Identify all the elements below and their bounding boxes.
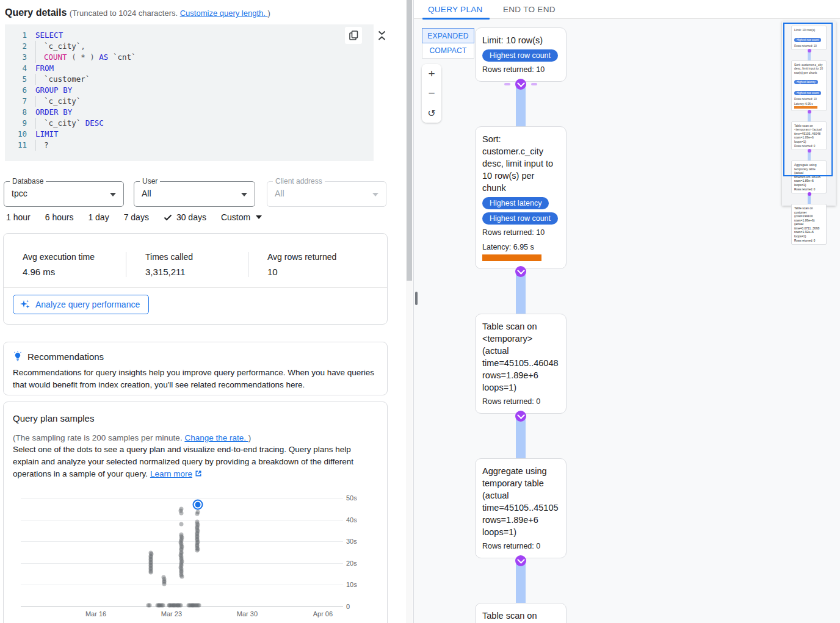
- change-rate-link[interactable]: Change the rate.: [184, 433, 248, 442]
- time-range-label: 7 days: [124, 212, 149, 222]
- analyze-query-performance-button[interactable]: Analyze query performance: [13, 295, 149, 314]
- tab-end-to-end[interactable]: END TO END: [503, 0, 556, 19]
- sample-dot[interactable]: [195, 549, 200, 553]
- x-axis-tick: Mar 16: [85, 610, 106, 618]
- database-select[interactable]: Database tpcc: [4, 181, 124, 207]
- time-range-filter: 1 hour6 hours1 day7 days30 daysCustom: [6, 212, 262, 222]
- collapse-node-icon[interactable]: [515, 555, 526, 566]
- status-badge: Highest row count: [482, 209, 559, 225]
- sql-line-text: `customer`: [35, 74, 90, 85]
- page-title: Query details: [5, 7, 67, 18]
- sample-dot[interactable]: [161, 575, 165, 580]
- time-range-1-day[interactable]: 1 day: [88, 212, 109, 222]
- chevron-down-icon: [256, 215, 262, 219]
- time-range-7-days[interactable]: 7 days: [124, 212, 149, 222]
- stats-row: Avg execution time4.96 msTimes called3,3…: [4, 252, 387, 277]
- sql-line: 3COUNT ( * ) AS `cnt`: [5, 52, 374, 63]
- sample-dot[interactable]: [197, 603, 201, 608]
- scrollbar-thumb[interactable]: [407, 0, 412, 281]
- plan-node-title: Limit: 10 row(s): [482, 34, 559, 46]
- selected-sample-dot[interactable]: [193, 499, 203, 510]
- learn-more-link[interactable]: Learn more: [150, 469, 192, 478]
- query-stats-card: Avg execution time4.96 msTimes called3,3…: [3, 233, 388, 325]
- sql-line-text: GROUP BY: [35, 85, 72, 96]
- sample-dot[interactable]: [149, 550, 153, 555]
- sample-dot[interactable]: [179, 603, 183, 608]
- sql-line-text: SELECT: [35, 30, 63, 41]
- chevron-down-icon: [241, 193, 247, 196]
- collapse-node-icon[interactable]: [515, 266, 526, 277]
- line-number: 8: [5, 107, 27, 118]
- sql-line-text: LIMIT: [35, 129, 59, 140]
- time-range-custom[interactable]: Custom: [221, 212, 262, 222]
- stat-value: 4.96 ms: [23, 267, 126, 277]
- query-plan-panel: QUERY PLAN END TO END EXPANDED COMPACT +…: [413, 0, 840, 623]
- compact-button[interactable]: COMPACT: [422, 43, 474, 59]
- plan-node: Table scan on customer: [475, 603, 567, 623]
- active-tab-indicator: [422, 18, 490, 20]
- sql-line: 2`c_city`,: [5, 41, 374, 52]
- chevron-down-icon: [372, 193, 378, 196]
- sample-dot[interactable]: [179, 575, 184, 579]
- customize-query-length-link[interactable]: Customize query length.: [180, 9, 268, 18]
- line-number: 4: [5, 63, 27, 74]
- latency-bar: [482, 254, 541, 261]
- analyze-button-label: Analyze query performance: [35, 300, 140, 309]
- stat-value: 10: [267, 267, 370, 277]
- stat-label: Avg rows returned: [267, 252, 370, 262]
- expanded-button[interactable]: EXPANDED: [422, 28, 474, 43]
- time-range-30-days[interactable]: 30 days: [164, 212, 206, 222]
- line-number: 1: [5, 30, 27, 41]
- copy-sql-button[interactable]: [345, 27, 362, 44]
- plan-tab-bar: QUERY PLAN END TO END: [414, 0, 840, 19]
- query-plan-samples-card: Query plan samples (The sampling rate is…: [3, 402, 388, 623]
- user-select[interactable]: User All: [134, 181, 255, 207]
- sql-line-text: COUNT ( * ) AS `cnt`: [35, 52, 136, 63]
- sample-dot[interactable]: [179, 511, 183, 516]
- collapse-node-icon[interactable]: [515, 411, 526, 422]
- client-address-select-value: All: [275, 189, 284, 198]
- line-number: 7: [5, 96, 27, 107]
- query-details-panel: Query details (Truncated to 1024 charact…: [0, 0, 407, 623]
- latency-label: Latency: 6.95 s: [482, 243, 559, 251]
- time-range-label: 1 hour: [6, 212, 31, 222]
- time-range-6-hours[interactable]: 6 hours: [45, 212, 74, 222]
- y-axis-tick: 10s: [346, 581, 357, 588]
- time-range-1-hour[interactable]: 1 hour: [6, 212, 31, 222]
- sql-line: 8ORDER BY: [5, 107, 374, 118]
- line-number: 9: [5, 118, 27, 129]
- sample-dot[interactable]: [147, 603, 151, 608]
- plan-node: Aggregate using temporary table (actual …: [475, 458, 567, 558]
- divider: [4, 287, 387, 288]
- copy-icon: [349, 31, 358, 41]
- sample-dot[interactable]: [161, 603, 165, 608]
- sample-dot[interactable]: [195, 511, 200, 516]
- plan-connector: [475, 558, 567, 603]
- time-range-label: Custom: [221, 212, 250, 222]
- query-details-header: Query details (Truncated to 1024 charact…: [5, 7, 270, 18]
- zoom-in-button[interactable]: +: [422, 64, 441, 84]
- rows-returned: Rows returned: 10: [482, 65, 559, 74]
- plan-node-title: Table scan on <temporary> (actual time=4…: [482, 320, 559, 394]
- sql-code: 1SELECT2`c_city`,3COUNT ( * ) AS `cnt`4F…: [5, 30, 374, 151]
- y-axis-tick: 30s: [346, 538, 357, 545]
- recommendations-card: Recommendations Recommendations for quer…: [3, 342, 388, 395]
- zoom-controls: + − ↺: [422, 64, 441, 123]
- status-badge: Highest row count: [482, 46, 559, 62]
- gridline: [21, 520, 343, 520]
- panel-resize-handle[interactable]: [415, 292, 418, 305]
- zoom-out-button[interactable]: −: [422, 84, 441, 103]
- sql-line-text: ?: [35, 140, 49, 151]
- sparkle-icon: [20, 299, 31, 310]
- collapse-node-icon[interactable]: [515, 79, 526, 90]
- stat-avg-rows-returned: Avg rows returned10: [248, 252, 370, 277]
- sample-dot[interactable]: [179, 522, 183, 526]
- minimap-viewport[interactable]: [783, 23, 833, 176]
- status-badge: Highest latency: [482, 194, 559, 209]
- collapse-sql-button[interactable]: [374, 27, 389, 44]
- user-select-value: All: [142, 189, 151, 198]
- reset-zoom-button[interactable]: ↺: [422, 103, 441, 123]
- tab-query-plan[interactable]: QUERY PLAN: [428, 0, 483, 19]
- connector-wing: [531, 83, 537, 85]
- plan-node-title: Table scan on customer: [482, 610, 559, 623]
